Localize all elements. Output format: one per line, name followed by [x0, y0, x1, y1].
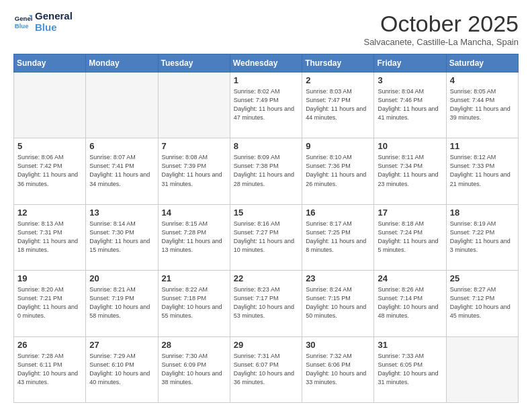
day-number: 28: [162, 340, 226, 350]
day-number: 18: [450, 208, 515, 218]
calendar-week-1: 5Sunrise: 8:06 AM Sunset: 7:42 PM Daylig…: [14, 138, 519, 204]
day-number: 3: [378, 75, 442, 85]
day-number: 9: [306, 141, 370, 151]
day-number: 16: [306, 208, 370, 218]
header-thursday: Thursday: [302, 54, 374, 73]
day-info: Sunrise: 7:33 AM Sunset: 6:05 PM Dayligh…: [378, 352, 442, 387]
day-info: Sunrise: 8:09 AM Sunset: 7:38 PM Dayligh…: [234, 153, 298, 188]
calendar-cell: 1Sunrise: 8:02 AM Sunset: 7:49 PM Daylig…: [230, 73, 302, 138]
calendar-cell: 14Sunrise: 8:15 AM Sunset: 7:28 PM Dayli…: [158, 204, 230, 270]
day-info: Sunrise: 8:13 AM Sunset: 7:31 PM Dayligh…: [17, 220, 82, 255]
calendar-cell: 12Sunrise: 8:13 AM Sunset: 7:31 PM Dayli…: [14, 204, 86, 270]
day-info: Sunrise: 8:22 AM Sunset: 7:18 PM Dayligh…: [162, 285, 226, 320]
header-friday: Friday: [374, 54, 446, 73]
day-number: 5: [17, 141, 82, 151]
day-info: Sunrise: 8:07 AM Sunset: 7:41 PM Dayligh…: [89, 153, 154, 188]
day-number: 13: [89, 208, 154, 218]
calendar-cell: 25Sunrise: 8:27 AM Sunset: 7:12 PM Dayli…: [446, 271, 518, 336]
day-info: Sunrise: 8:14 AM Sunset: 7:30 PM Dayligh…: [89, 220, 154, 255]
day-number: 15: [234, 208, 298, 218]
logo: General Blue General Blue: [13, 11, 73, 33]
day-number: 29: [234, 340, 298, 350]
day-number: 11: [450, 141, 515, 151]
day-info: Sunrise: 8:02 AM Sunset: 7:49 PM Dayligh…: [234, 87, 298, 122]
day-info: Sunrise: 8:19 AM Sunset: 7:22 PM Dayligh…: [450, 220, 515, 255]
calendar-cell: 11Sunrise: 8:12 AM Sunset: 7:33 PM Dayli…: [446, 138, 518, 204]
calendar-table: Sunday Monday Tuesday Wednesday Thursday…: [13, 54, 519, 403]
day-number: 31: [378, 340, 442, 350]
day-number: 12: [17, 208, 82, 218]
calendar-cell: 31Sunrise: 7:33 AM Sunset: 6:05 PM Dayli…: [374, 336, 446, 402]
svg-text:General: General: [15, 15, 32, 22]
day-info: Sunrise: 7:31 AM Sunset: 6:07 PM Dayligh…: [234, 352, 298, 387]
calendar-cell: 20Sunrise: 8:21 AM Sunset: 7:19 PM Dayli…: [86, 271, 158, 336]
header-tuesday: Tuesday: [158, 54, 230, 73]
day-info: Sunrise: 8:18 AM Sunset: 7:24 PM Dayligh…: [378, 220, 442, 255]
header-sunday: Sunday: [14, 54, 86, 73]
header-monday: Monday: [86, 54, 158, 73]
header-wednesday: Wednesday: [230, 54, 302, 73]
day-info: Sunrise: 8:27 AM Sunset: 7:12 PM Dayligh…: [450, 285, 515, 320]
calendar-cell: 13Sunrise: 8:14 AM Sunset: 7:30 PM Dayli…: [86, 204, 158, 270]
calendar-cell: [158, 73, 230, 138]
title-block: October 2025 Salvacanete, Castille-La Ma…: [363, 11, 519, 47]
day-info: Sunrise: 7:29 AM Sunset: 6:10 PM Dayligh…: [89, 352, 154, 387]
calendar-cell: 27Sunrise: 7:29 AM Sunset: 6:10 PM Dayli…: [86, 336, 158, 402]
month-title: October 2025: [363, 11, 519, 37]
day-info: Sunrise: 8:16 AM Sunset: 7:27 PM Dayligh…: [234, 220, 298, 255]
day-number: 14: [162, 208, 226, 218]
day-info: Sunrise: 8:10 AM Sunset: 7:36 PM Dayligh…: [306, 153, 370, 188]
calendar-cell: 9Sunrise: 8:10 AM Sunset: 7:36 PM Daylig…: [302, 138, 374, 204]
logo-general: General: [35, 11, 73, 22]
logo-blue: Blue: [35, 22, 73, 34]
day-number: 10: [378, 141, 442, 151]
day-info: Sunrise: 8:15 AM Sunset: 7:28 PM Dayligh…: [162, 220, 226, 255]
day-number: 17: [378, 208, 442, 218]
calendar-cell: 24Sunrise: 8:26 AM Sunset: 7:14 PM Dayli…: [374, 271, 446, 336]
day-info: Sunrise: 8:21 AM Sunset: 7:19 PM Dayligh…: [89, 285, 154, 320]
calendar-cell: 19Sunrise: 8:20 AM Sunset: 7:21 PM Dayli…: [14, 271, 86, 336]
calendar-cell: 23Sunrise: 8:24 AM Sunset: 7:15 PM Dayli…: [302, 271, 374, 336]
day-number: 25: [450, 273, 515, 283]
calendar-cell: 4Sunrise: 8:05 AM Sunset: 7:44 PM Daylig…: [446, 73, 518, 138]
calendar-cell: 21Sunrise: 8:22 AM Sunset: 7:18 PM Dayli…: [158, 271, 230, 336]
day-info: Sunrise: 8:05 AM Sunset: 7:44 PM Dayligh…: [450, 87, 515, 122]
day-number: 30: [306, 340, 370, 350]
day-info: Sunrise: 8:04 AM Sunset: 7:46 PM Dayligh…: [378, 87, 442, 122]
day-info: Sunrise: 8:24 AM Sunset: 7:15 PM Dayligh…: [306, 285, 370, 320]
day-info: Sunrise: 8:12 AM Sunset: 7:33 PM Dayligh…: [450, 153, 515, 188]
calendar-cell: 8Sunrise: 8:09 AM Sunset: 7:38 PM Daylig…: [230, 138, 302, 204]
calendar-cell: 10Sunrise: 8:11 AM Sunset: 7:34 PM Dayli…: [374, 138, 446, 204]
calendar-week-4: 26Sunrise: 7:28 AM Sunset: 6:11 PM Dayli…: [14, 336, 519, 402]
day-info: Sunrise: 8:23 AM Sunset: 7:17 PM Dayligh…: [234, 285, 298, 320]
calendar-cell: 2Sunrise: 8:03 AM Sunset: 7:47 PM Daylig…: [302, 73, 374, 138]
calendar-cell: 22Sunrise: 8:23 AM Sunset: 7:17 PM Dayli…: [230, 271, 302, 336]
calendar-cell: 5Sunrise: 8:06 AM Sunset: 7:42 PM Daylig…: [14, 138, 86, 204]
day-info: Sunrise: 8:06 AM Sunset: 7:42 PM Dayligh…: [17, 153, 82, 188]
day-number: 27: [89, 340, 154, 350]
page: General Blue General Blue October 2025 S…: [0, 0, 532, 411]
day-info: Sunrise: 8:08 AM Sunset: 7:39 PM Dayligh…: [162, 153, 226, 188]
location-title: Salvacanete, Castille-La Mancha, Spain: [363, 37, 519, 47]
calendar-cell: 18Sunrise: 8:19 AM Sunset: 7:22 PM Dayli…: [446, 204, 518, 270]
day-info: Sunrise: 7:30 AM Sunset: 6:09 PM Dayligh…: [162, 352, 226, 387]
day-number: 2: [306, 75, 370, 85]
calendar-cell: 28Sunrise: 7:30 AM Sunset: 6:09 PM Dayli…: [158, 336, 230, 402]
day-info: Sunrise: 7:28 AM Sunset: 6:11 PM Dayligh…: [17, 352, 82, 387]
calendar-week-2: 12Sunrise: 8:13 AM Sunset: 7:31 PM Dayli…: [14, 204, 519, 270]
day-number: 8: [234, 141, 298, 151]
calendar-cell: 3Sunrise: 8:04 AM Sunset: 7:46 PM Daylig…: [374, 73, 446, 138]
calendar-cell: 29Sunrise: 7:31 AM Sunset: 6:07 PM Dayli…: [230, 336, 302, 402]
calendar-cell: 6Sunrise: 8:07 AM Sunset: 7:41 PM Daylig…: [86, 138, 158, 204]
day-number: 26: [17, 340, 82, 350]
day-number: 24: [378, 273, 442, 283]
day-number: 23: [306, 273, 370, 283]
day-info: Sunrise: 8:26 AM Sunset: 7:14 PM Dayligh…: [378, 285, 442, 320]
day-number: 21: [162, 273, 226, 283]
svg-text:Blue: Blue: [15, 21, 29, 29]
calendar-cell: [14, 73, 86, 138]
day-number: 7: [162, 141, 226, 151]
calendar-week-3: 19Sunrise: 8:20 AM Sunset: 7:21 PM Dayli…: [14, 271, 519, 336]
calendar-cell: 26Sunrise: 7:28 AM Sunset: 6:11 PM Dayli…: [14, 336, 86, 402]
day-number: 19: [17, 273, 82, 283]
